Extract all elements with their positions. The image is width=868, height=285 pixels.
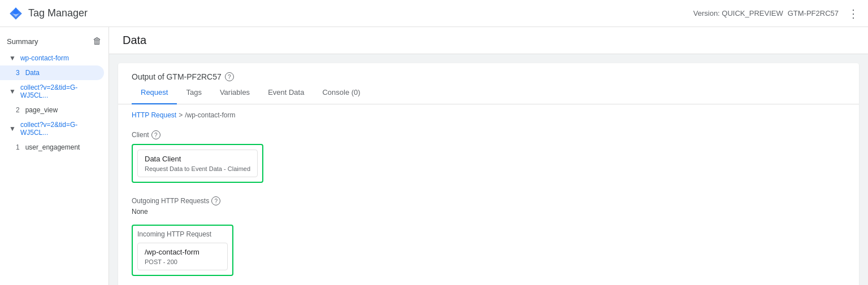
topbar-left: Tag Manager <box>9 7 88 20</box>
content-card: Output of GTM-PF2RC57 ? Request Tags Var… <box>118 63 859 285</box>
sidebar-item-user-engagement[interactable]: 1 user_engagement <box>0 140 108 155</box>
card-header: Output of GTM-PF2RC57 ? <box>118 63 859 81</box>
breadcrumb-link[interactable]: HTTP Request <box>132 111 176 119</box>
incoming-path: /wp-contact-form <box>145 248 220 256</box>
chevron-down-icon: ▼ <box>9 125 16 133</box>
breadcrumb: HTTP Request > /wp-contact-form <box>118 104 859 126</box>
client-inner: Data Client Request Data to Event Data -… <box>137 150 258 177</box>
summary-label: Summary <box>7 37 38 46</box>
sidebar-item-num: 3 <box>16 69 20 77</box>
client-sub: Request Data to Event Data - Claimed <box>145 165 250 172</box>
topbar: Tag Manager Version: QUICK_PREVIEW GTM-P… <box>0 0 868 27</box>
chevron-down-icon: ▼ <box>9 87 16 95</box>
sidebar-item-wp-contact-form[interactable]: ▼ wp-contact-form <box>0 51 108 65</box>
outgoing-value: None <box>132 208 845 216</box>
sidebar-item-label: user_engagement <box>25 143 80 151</box>
sidebar-item-num: 2 <box>16 106 20 114</box>
version-label: Version: QUICK_PREVIEW <box>693 9 783 17</box>
client-section-label: Client ? <box>118 126 859 142</box>
outgoing-label-text: Outgoing HTTP Requests <box>132 197 209 205</box>
topbar-right: Version: QUICK_PREVIEW GTM-PF2RC57 ⋮ <box>693 7 859 20</box>
sidebar-item-collect2[interactable]: ▼ collect?v=2&tid=G-WJ5CL... <box>0 117 108 140</box>
layout: Summary 🗑 ▼ wp-contact-form 3 Data ▼ col… <box>0 27 868 285</box>
breadcrumb-separator: > <box>179 111 183 119</box>
client-label: Client <box>132 131 149 139</box>
client-help-icon[interactable]: ? <box>151 130 160 139</box>
sidebar-item-label: collect?v=2&tid=G-WJ5CL... <box>20 84 102 99</box>
tab-console[interactable]: Console (0) <box>313 81 369 104</box>
breadcrumb-path: /wp-contact-form <box>185 111 235 119</box>
client-box: Data Client Request Data to Event Data -… <box>132 144 263 183</box>
chevron-down-icon: ▼ <box>9 54 16 62</box>
sidebar-item-collect1[interactable]: ▼ collect?v=2&tid=G-WJ5CL... <box>0 80 108 103</box>
incoming-section-label: Incoming HTTP Request <box>137 230 228 238</box>
outgoing-label: Outgoing HTTP Requests ? <box>132 196 845 205</box>
help-icon[interactable]: ? <box>225 72 234 81</box>
sidebar-item-label: page_view <box>25 106 58 114</box>
sidebar-item-num: 1 <box>16 143 20 151</box>
main-header: Data <box>109 27 868 54</box>
sidebar-item-page-view[interactable]: 2 page_view <box>0 103 108 117</box>
tabs: Request Tags Variables Event Data Consol… <box>118 81 859 104</box>
tab-event-data[interactable]: Event Data <box>259 81 313 104</box>
app-title: Tag Manager <box>28 7 88 19</box>
outgoing-section: Outgoing HTTP Requests ? None <box>118 192 859 220</box>
sidebar-item-label: wp-contact-form <box>20 54 69 62</box>
client-name: Data Client <box>145 155 250 163</box>
output-title: Output of GTM-PF2RC57 <box>132 72 222 81</box>
page-title: Data <box>123 34 146 46</box>
main-content: Data Output of GTM-PF2RC57 ? Request Tag… <box>109 27 868 285</box>
incoming-inner: /wp-contact-form POST - 200 <box>137 243 228 270</box>
logo-icon <box>9 7 23 20</box>
incoming-box: Incoming HTTP Request /wp-contact-form P… <box>132 225 233 276</box>
container-id: GTM-PF2RC57 <box>788 9 839 17</box>
outgoing-help-icon[interactable]: ? <box>211 196 220 205</box>
sidebar-item-label: Data <box>25 69 40 77</box>
sidebar-item-label: collect?v=2&tid=G-WJ5CL... <box>20 121 102 137</box>
incoming-status: POST - 200 <box>145 258 220 265</box>
more-menu-icon[interactable]: ⋮ <box>848 7 859 20</box>
tab-request[interactable]: Request <box>132 81 177 104</box>
version-info: Version: QUICK_PREVIEW GTM-PF2RC57 <box>693 9 839 17</box>
sidebar-summary: Summary 🗑 <box>0 27 108 51</box>
tab-variables[interactable]: Variables <box>211 81 259 104</box>
sidebar-item-data[interactable]: 3 Data <box>0 65 104 80</box>
delete-icon[interactable]: 🗑 <box>93 36 102 46</box>
tab-tags[interactable]: Tags <box>177 81 210 104</box>
sidebar: Summary 🗑 ▼ wp-contact-form 3 Data ▼ col… <box>0 27 109 285</box>
